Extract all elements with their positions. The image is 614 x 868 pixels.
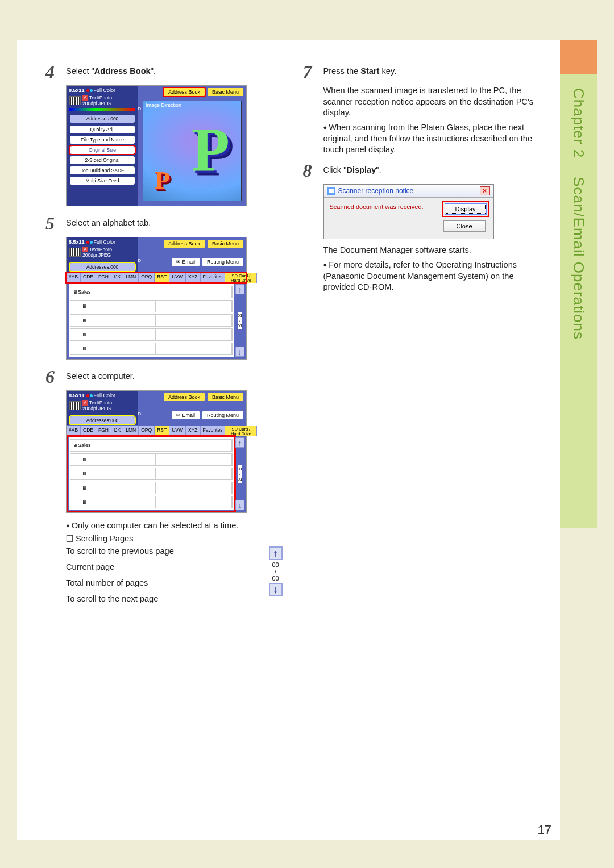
alphabet-tabs: #AB CDE FGH IJK LMN OPQ RST UVW XYZ Favo…	[67, 426, 246, 436]
scroll-down-button[interactable]: ↓	[269, 583, 283, 596]
favorites-tab[interactable]: Favorites	[201, 426, 226, 436]
multi-size-feed-button[interactable]: Multi-Size Feed	[70, 177, 135, 185]
pager-total-label: Total number of pages	[66, 578, 148, 587]
list-item[interactable]	[70, 343, 233, 355]
two-sided-original-button[interactable]: 2-Sided Original	[70, 156, 135, 164]
mfp-address-book-screenshot: 8.5x11 Full Color A Text/Photo 200dpi JP…	[66, 85, 247, 206]
sd-card-tab[interactable]: SD Card / Hard Drive	[225, 426, 257, 436]
alpha-tab[interactable]: OPQ	[139, 426, 155, 436]
quality-adj-button[interactable]: Quality Adj.	[70, 126, 135, 133]
step-5-text: Select an alphabet tab.	[66, 214, 151, 229]
step-8-bullet: For more details, refer to the Operating…	[323, 260, 544, 293]
alpha-tab[interactable]: CDE	[81, 426, 96, 436]
dialog-message: Scanned document was received.	[330, 202, 435, 232]
alpha-tab[interactable]: FGH	[96, 273, 111, 283]
dialog-title: Scanner reception notice	[338, 187, 414, 195]
favorites-tab[interactable]: Favorites	[201, 273, 226, 283]
dialog-close-button[interactable]: ×	[480, 186, 490, 195]
step-8-text: Click "Display".	[323, 161, 381, 176]
address-book-tab[interactable]: Address Book	[164, 88, 205, 96]
step-7-text: Press the Start key.	[323, 62, 397, 77]
alpha-tab[interactable]: UVW	[169, 426, 186, 436]
alpha-tab[interactable]: CDE	[81, 273, 96, 283]
dialog-icon	[327, 187, 335, 195]
scroll-up-button[interactable]: ↑	[235, 284, 244, 294]
list-item[interactable]: Sales	[70, 286, 233, 298]
step-number-7: 7	[303, 62, 323, 81]
alpha-tab[interactable]: LMN	[123, 273, 139, 283]
step-8-after: The Document Manager software starts.	[323, 245, 544, 256]
addresses-button[interactable]: Addresses:000	[70, 416, 135, 424]
original-size-button[interactable]: Original Size	[70, 146, 135, 154]
email-button[interactable]: Email	[172, 258, 200, 266]
display-button[interactable]: Display	[445, 203, 487, 215]
list-item[interactable]	[70, 496, 233, 508]
chapter-title: Chapter 2 Scan/Email Operations	[570, 88, 587, 340]
alpha-tab[interactable]: #AB	[67, 426, 81, 436]
scroll-down-button[interactable]: ↓	[235, 500, 244, 510]
addresses-button[interactable]: Addresses:000	[70, 115, 135, 123]
alphabet-tabs: #AB CDE FGH IJK LMN OPQ RST UVW XYZ Favo…	[67, 273, 246, 283]
email-button[interactable]: Email	[172, 411, 200, 419]
list-item[interactable]	[70, 482, 233, 494]
list-item[interactable]	[70, 314, 233, 327]
step-4-text: Select "Address Book".	[66, 62, 156, 77]
pager-prev-label: To scroll to the previous page	[66, 546, 174, 556]
address-book-tab[interactable]: Address Book	[164, 393, 205, 401]
step-number-4: 4	[45, 62, 66, 81]
scanner-reception-dialog: Scanner reception notice × Scanned docum…	[323, 184, 494, 239]
routing-menu-button[interactable]: Routing Menu	[202, 411, 243, 419]
scrolling-pages-diagram: To scroll to the previous page Current p…	[66, 546, 286, 610]
list-item[interactable]	[70, 300, 233, 312]
addresses-button[interactable]: Addresses:000	[70, 263, 135, 271]
basic-menu-tab[interactable]: Basic Menu	[208, 88, 243, 96]
step-number-8: 8	[303, 161, 323, 180]
alpha-tab[interactable]: RST	[155, 426, 169, 436]
step-7-bullet: When scanning from the Platen Glass, pla…	[323, 122, 544, 156]
scroll-up-button[interactable]: ↑	[235, 437, 244, 448]
alpha-tab[interactable]: XYZ	[186, 273, 201, 283]
page-number: 17	[538, 823, 551, 837]
list-item[interactable]	[70, 328, 233, 341]
close-button[interactable]: Close	[443, 220, 486, 232]
alpha-tab[interactable]: IJK	[111, 273, 123, 283]
scroll-up-button[interactable]: ↑	[269, 546, 283, 560]
pager-next-label: To scroll to the next page	[66, 594, 158, 603]
alpha-tab[interactable]: IJK	[111, 426, 123, 436]
basic-menu-tab[interactable]: Basic Menu	[208, 240, 243, 248]
alpha-tab[interactable]: RST	[155, 273, 169, 283]
computer-list: Sales	[69, 437, 234, 510]
pager-current-label: Current page	[66, 562, 114, 571]
list-item[interactable]	[70, 453, 233, 466]
step-7-para: When the scanned image is transferred to…	[323, 85, 544, 119]
sd-card-tab[interactable]: SD Card / Hard Drive	[225, 273, 257, 283]
step-number-6: 6	[45, 368, 66, 386]
job-build-sadf-button[interactable]: Job Build and SADF	[70, 166, 135, 174]
list-item[interactable]: Sales	[70, 439, 233, 452]
select-computer-screenshot: 8.5x11 Full Color A Text/Photo 200dpi JP…	[66, 390, 247, 513]
file-type-name-button[interactable]: File Type and Name	[70, 136, 135, 144]
step-number-5: 5	[45, 214, 66, 232]
alpha-tab[interactable]: LMN	[123, 426, 139, 436]
computer-list: Sales	[69, 284, 234, 357]
address-book-tab[interactable]: Address Book	[164, 240, 205, 248]
step-6-text: Select a computer.	[66, 368, 135, 382]
chapter-tab: Chapter 2 Scan/Email Operations	[560, 40, 597, 528]
routing-menu-button[interactable]: Routing Menu	[202, 258, 243, 266]
list-item[interactable]	[70, 468, 233, 480]
alpha-tab[interactable]: #AB	[67, 273, 81, 283]
alpha-tab[interactable]: OPQ	[139, 273, 155, 283]
alpha-tab[interactable]: UVW	[169, 273, 186, 283]
alphabet-tab-screenshot: 8.5x11 Full Color A Text/Photo 200dpi JP…	[66, 237, 247, 360]
basic-menu-tab[interactable]: Basic Menu	[208, 393, 243, 401]
scrolling-pages-title: Scrolling Pages	[66, 533, 286, 543]
alpha-tab[interactable]: XYZ	[186, 426, 201, 436]
image-direction-label: Image Direction	[146, 102, 181, 108]
step-6-bullet: Only one computer can be selected at a t…	[66, 521, 286, 530]
alpha-tab[interactable]: FGH	[96, 426, 111, 436]
scroll-down-button[interactable]: ↓	[235, 347, 244, 357]
